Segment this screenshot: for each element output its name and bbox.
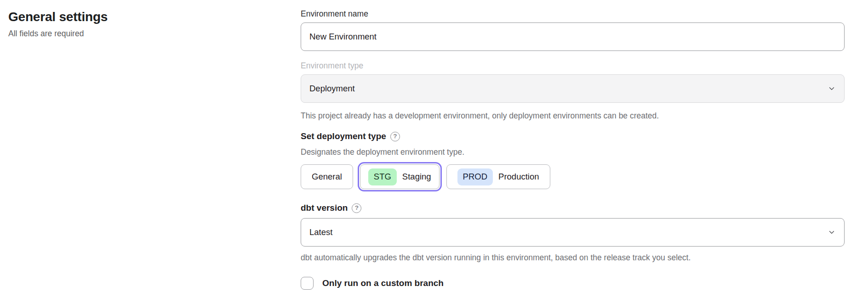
custom-branch-row: Only run on a custom branch (301, 277, 845, 290)
environment-name-input[interactable] (301, 22, 845, 51)
page-subtitle: All fields are required (8, 28, 301, 39)
deployment-type-general-label: General (312, 172, 342, 182)
custom-branch-checkbox[interactable] (301, 277, 314, 290)
dbt-version-value: Latest (309, 227, 332, 237)
deployment-type-description: Designates the deployment environment ty… (301, 146, 845, 157)
stg-badge: STG (368, 168, 397, 185)
deployment-type-production-button[interactable]: PROD Production (446, 164, 550, 189)
help-circle-icon[interactable]: ? (390, 132, 400, 141)
environment-type-value: Deployment (309, 84, 355, 94)
deployment-type-options: General STG Staging PROD Production (301, 164, 845, 189)
environment-type-helper: This project already has a development e… (301, 110, 845, 121)
chevron-down-icon (828, 228, 836, 236)
dbt-version-heading-text: dbt version (301, 202, 348, 214)
chevron-down-icon (828, 84, 836, 93)
environment-type-select: Deployment (301, 74, 845, 103)
environment-type-label: Environment type (301, 60, 845, 71)
prod-badge: PROD (457, 168, 493, 185)
page-title: General settings (8, 9, 301, 25)
settings-summary-column: General settings All fields are required (0, 0, 301, 290)
dbt-version-select[interactable]: Latest (301, 218, 845, 247)
environment-settings-page: General settings All fields are required… (0, 0, 868, 290)
deployment-type-staging-label: Staging (402, 172, 431, 182)
dbt-version-helper: dbt automatically upgrades the dbt versi… (301, 252, 845, 263)
settings-form: Environment name Environment type Deploy… (301, 0, 845, 290)
deployment-type-staging-button[interactable]: STG Staging (360, 164, 440, 189)
custom-branch-label[interactable]: Only run on a custom branch (322, 278, 444, 288)
deployment-type-heading-text: Set deployment type (301, 130, 386, 142)
deployment-type-production-label: Production (498, 172, 539, 182)
deployment-type-heading: Set deployment type ? (301, 130, 845, 142)
dbt-version-heading: dbt version ? (301, 202, 845, 214)
environment-name-label: Environment name (301, 8, 845, 19)
deployment-type-general-button[interactable]: General (301, 164, 353, 189)
help-circle-icon[interactable]: ? (352, 203, 361, 213)
